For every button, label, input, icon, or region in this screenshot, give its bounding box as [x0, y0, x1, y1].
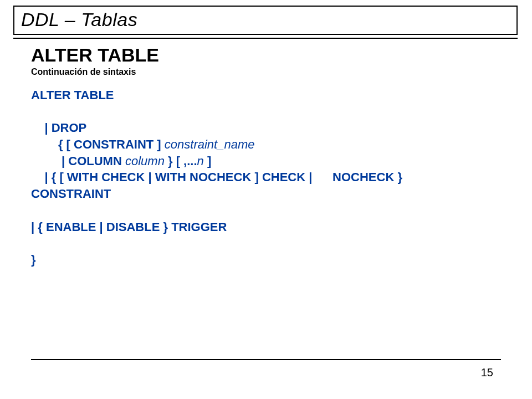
arg-n: n	[197, 154, 204, 168]
footer-divider	[31, 359, 501, 360]
kw-alter-table: ALTER TABLE	[31, 88, 114, 102]
kw-nocheck: NOCHECK	[332, 170, 394, 184]
bar-enable: |	[96, 220, 106, 234]
content-area: ALTER TABLE Continuación de sintaxis ALT…	[31, 44, 502, 268]
pipe-enable: | {	[31, 220, 46, 234]
kw-constraint-2: CONSTRAINT	[31, 187, 111, 201]
title-box: DDL – Tablas	[13, 6, 518, 35]
title-underline	[13, 38, 518, 39]
closing-brace: }	[31, 253, 36, 267]
syntax-block: ALTER TABLE | DROP { [ CONSTRAINT ] cons…	[31, 87, 502, 268]
pipe-drop: |	[31, 121, 52, 135]
bar1: |	[145, 170, 155, 184]
kw-check: CHECK	[262, 170, 305, 184]
kw-constraint: CONSTRAINT	[74, 137, 154, 151]
arg-column: column	[125, 154, 165, 168]
kw-enable: ENABLE	[46, 220, 96, 234]
brace-n-open: } [ ,...	[165, 154, 197, 168]
page-number: 15	[481, 366, 493, 379]
kw-disable: DISABLE	[106, 220, 160, 234]
bracket-close2: ]	[251, 170, 262, 184]
kw-column: COLUMN	[68, 154, 122, 168]
brace-enable-close: }	[160, 220, 171, 234]
slide: DDL – Tablas ALTER TABLE Continuación de…	[0, 0, 532, 399]
section-heading: ALTER TABLE	[31, 44, 502, 66]
kw-with-nocheck: WITH NOCHECK	[155, 170, 252, 184]
kw-trigger: TRIGGER	[171, 220, 227, 234]
bracket-close: ]	[154, 137, 165, 151]
brace-n-close: ]	[204, 154, 211, 168]
brace-end: }	[394, 170, 402, 184]
slide-title: DDL – Tablas	[21, 9, 137, 30]
brace-constraint-open: { [	[31, 137, 74, 151]
arg-constraint-name: constraint_name	[165, 137, 255, 151]
pipe-column: |	[31, 154, 68, 168]
kw-with-check: WITH CHECK	[67, 170, 145, 184]
bar2: |	[305, 170, 332, 184]
pipe-withcheck: | { [	[31, 170, 67, 184]
kw-drop: DROP	[52, 121, 87, 135]
section-subtitle: Continuación de sintaxis	[31, 67, 502, 77]
